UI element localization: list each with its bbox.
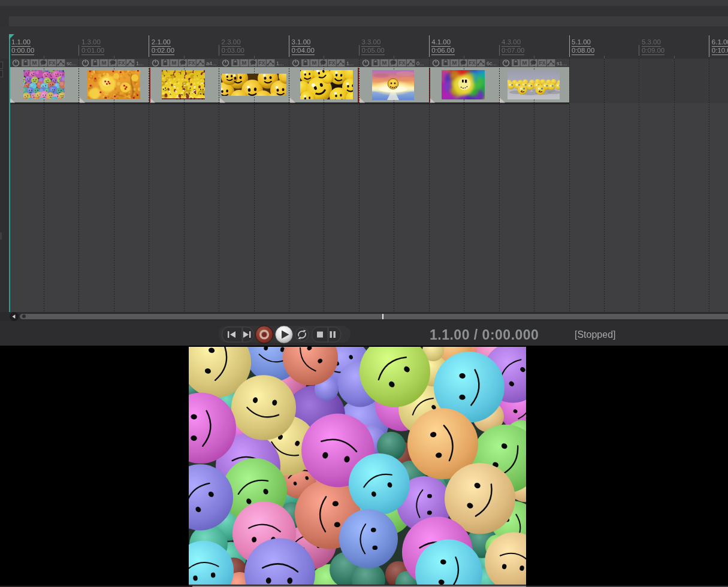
svg-text:M: M	[382, 59, 386, 66]
svg-text:s1...: s1...	[557, 60, 567, 66]
svg-text:1...: 1...	[276, 60, 284, 66]
svg-text:FX: FX	[189, 60, 195, 66]
svg-text:FX: FX	[119, 60, 125, 66]
svg-text:FX: FX	[398, 60, 405, 66]
svg-text:M: M	[32, 59, 37, 66]
svg-text:FX: FX	[539, 60, 545, 66]
svg-text:1...: 1...	[136, 60, 144, 66]
svg-text:FX: FX	[328, 60, 335, 66]
svg-text:6c...: 6c...	[487, 60, 497, 66]
svg-text:0...: 0...	[416, 60, 424, 66]
svg-text:M: M	[172, 59, 177, 66]
svg-text:sc...: sc...	[67, 60, 77, 66]
svg-text:M: M	[452, 59, 457, 66]
svg-text:a4...: a4...	[206, 60, 217, 66]
svg-text:M: M	[522, 59, 527, 66]
svg-text:FX: FX	[49, 60, 55, 66]
svg-text:FX: FX	[259, 60, 265, 66]
svg-text:M: M	[312, 59, 317, 66]
svg-text:M: M	[242, 59, 247, 66]
svg-text:FX: FX	[469, 60, 475, 66]
svg-text:M: M	[102, 59, 107, 66]
svg-text:1...: 1...	[346, 60, 354, 66]
